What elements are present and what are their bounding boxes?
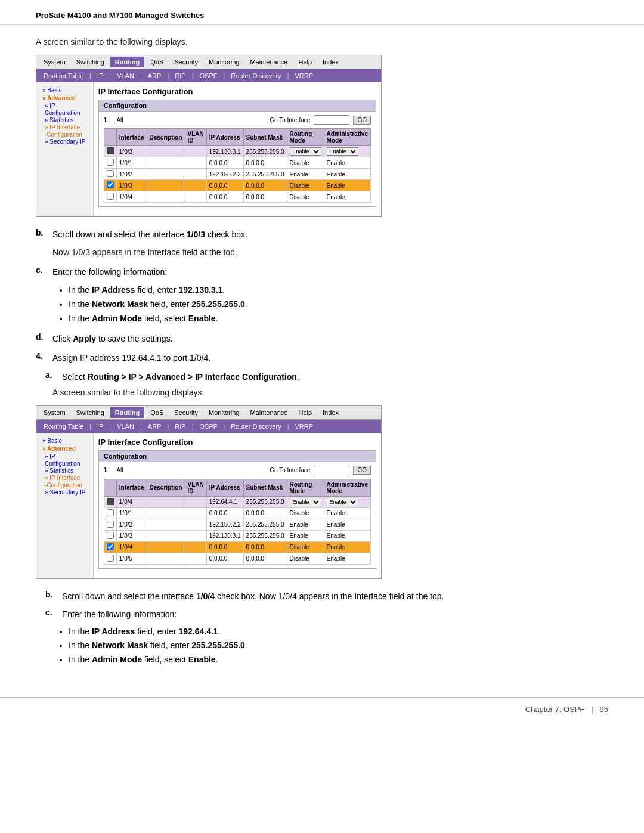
sidebar-ip-1[interactable]: » IP bbox=[40, 103, 89, 109]
row-admin: Enable bbox=[324, 180, 370, 191]
footer-text: Chapter 7. OSPF | 95 bbox=[525, 705, 608, 714]
nav-maintenance-2[interactable]: Maintenance bbox=[245, 407, 292, 418]
router-panel-2: System Switching Routing QoS Security Mo… bbox=[36, 405, 382, 579]
row-subnet: 255.255.255.0 bbox=[243, 169, 287, 180]
subnav-routing-table-1[interactable]: Routing Table bbox=[40, 71, 87, 80]
nav-qos-2[interactable]: QoS bbox=[145, 407, 168, 418]
nav-security-1[interactable]: Security bbox=[169, 57, 203, 67]
row-interface: 1/0/4 bbox=[116, 541, 147, 553]
row-interface: 1/0/4 bbox=[116, 496, 147, 507]
subnav-vlan-1[interactable]: VLAN bbox=[113, 71, 138, 80]
subnav-router-discovery-1[interactable]: Router Discovery bbox=[227, 71, 284, 80]
th-routing-1: RoutingMode bbox=[287, 129, 324, 146]
nav-monitoring-2[interactable]: Monitoring bbox=[204, 407, 244, 418]
sidebar-ip-interface-1[interactable]: » IP Interface bbox=[40, 124, 89, 131]
nav-index-2[interactable]: Index bbox=[318, 407, 343, 418]
row-admin: Enable bbox=[324, 541, 370, 553]
nav-switching-2[interactable]: Switching bbox=[72, 407, 109, 418]
step4c-text: Enter the following information: bbox=[62, 608, 608, 621]
subnav-routing-table-2[interactable]: Routing Table bbox=[40, 422, 87, 431]
nav-system-1[interactable]: System bbox=[39, 57, 70, 67]
th-ip-1: IP Address bbox=[206, 129, 243, 146]
all-text-1: All bbox=[116, 117, 123, 123]
subnav-rip-2[interactable]: RIP bbox=[171, 422, 189, 431]
subnav-arp-2[interactable]: ARP bbox=[144, 422, 165, 431]
nav-qos-1[interactable]: QoS bbox=[145, 57, 168, 67]
sidebar-secondary-ip-2[interactable]: » Secondary IP bbox=[40, 489, 89, 496]
row-interface: 1/0/1 bbox=[116, 507, 147, 519]
row-vlan bbox=[185, 553, 206, 564]
subnav-ospf-2[interactable]: OSPF bbox=[196, 422, 221, 431]
sidebar-advanced-2[interactable]: » Advanced bbox=[40, 445, 89, 452]
nav-index-1[interactable]: Index bbox=[318, 57, 343, 67]
admin-select-2[interactable]: EnableDisable bbox=[327, 498, 358, 506]
goto-input-1[interactable] bbox=[314, 115, 349, 125]
row-subnet: 0.0.0.0 bbox=[243, 191, 287, 203]
row-routing: Enable bbox=[287, 169, 324, 180]
row-routing: EnableDisable bbox=[287, 496, 324, 507]
intro-text-2: A screen similar to the following displa… bbox=[52, 388, 608, 397]
subnav-ip-1[interactable]: IP bbox=[94, 71, 107, 80]
main-content-1: IP Interface Configuration Configuration… bbox=[94, 82, 381, 216]
row-check bbox=[104, 191, 116, 203]
row-subnet: 255.255.255.0 bbox=[243, 496, 287, 507]
row-ip: 0.0.0.0 bbox=[206, 541, 243, 553]
page-header: ProSafe M4100 and M7100 Managed Switches bbox=[0, 0, 644, 25]
nav-monitoring-1[interactable]: Monitoring bbox=[204, 57, 244, 67]
sidebar-ip-interface-2[interactable]: » IP Interface bbox=[40, 475, 89, 481]
sidebar-statistics-1[interactable]: » Statistics bbox=[40, 117, 89, 123]
row-subnet: 255.255.255.0 bbox=[243, 146, 287, 157]
sidebar-ip-interface-config-2[interactable]: -Configuration bbox=[40, 482, 89, 488]
sidebar-statistics-2[interactable]: » Statistics bbox=[40, 467, 89, 474]
row-desc bbox=[147, 191, 185, 203]
routing-select-2[interactable]: EnableDisable bbox=[290, 498, 321, 506]
nav-security-2[interactable]: Security bbox=[169, 407, 203, 418]
row-ip: 0.0.0.0 bbox=[206, 157, 243, 169]
nav-system-2[interactable]: System bbox=[39, 407, 70, 418]
subnav-vrrp-1[interactable]: VRRP bbox=[292, 71, 317, 80]
subnav-ospf-1[interactable]: OSPF bbox=[196, 71, 221, 80]
page-footer: Chapter 7. OSPF | 95 bbox=[0, 697, 644, 721]
sidebar-ip-2[interactable]: » IP bbox=[40, 453, 89, 460]
subnav-rip-1[interactable]: RIP bbox=[171, 71, 189, 80]
sidebar-secondary-ip-1[interactable]: » Secondary IP bbox=[40, 138, 89, 145]
row-check bbox=[104, 180, 116, 191]
row-admin: EnableDisable bbox=[324, 146, 370, 157]
config-header-2: Configuration bbox=[99, 451, 376, 462]
nav-routing-2[interactable]: Routing bbox=[110, 407, 145, 418]
nav-routing-1[interactable]: Routing bbox=[110, 57, 145, 67]
row-check bbox=[104, 530, 116, 541]
sidebar-2: » Basic » Advanced » IP Configuration » … bbox=[36, 433, 94, 578]
subnav-vrrp-2[interactable]: VRRP bbox=[292, 422, 317, 431]
goto-btn-2[interactable]: GO bbox=[353, 466, 371, 475]
footer-chapter: Chapter 7. OSPF bbox=[525, 705, 585, 714]
sidebar-config-1[interactable]: Configuration bbox=[40, 110, 89, 116]
row-vlan bbox=[185, 507, 206, 519]
sub-nav-bar-2: Routing Table | IP | VLAN | ARP | RIP | … bbox=[36, 420, 381, 433]
subnav-router-discovery-2[interactable]: Router Discovery bbox=[227, 422, 284, 431]
sidebar-basic-1[interactable]: » Basic bbox=[40, 87, 89, 94]
row-check bbox=[104, 541, 116, 553]
sidebar-config-2[interactable]: Configuration bbox=[40, 460, 89, 467]
row-desc bbox=[147, 169, 185, 180]
admin-select[interactable]: EnableDisable bbox=[327, 147, 358, 156]
row-vlan bbox=[185, 530, 206, 541]
nav-help-1[interactable]: Help bbox=[293, 57, 317, 67]
nav-help-2[interactable]: Help bbox=[293, 407, 317, 418]
nav-switching-1[interactable]: Switching bbox=[72, 57, 109, 67]
sidebar-basic-2[interactable]: » Basic bbox=[40, 438, 89, 444]
nav-bar-1: System Switching Routing QoS Security Mo… bbox=[36, 55, 381, 69]
list-item-ip-2: In the IP Address field, enter 192.64.4.… bbox=[69, 625, 608, 639]
nav-maintenance-1[interactable]: Maintenance bbox=[245, 57, 292, 67]
goto-btn-1[interactable]: GO bbox=[353, 116, 371, 125]
routing-select[interactable]: EnableDisable bbox=[290, 147, 321, 156]
all-label-1: 1 bbox=[104, 117, 107, 123]
subnav-arp-1[interactable]: ARP bbox=[144, 71, 165, 80]
goto-input-2[interactable] bbox=[314, 466, 349, 475]
subnav-vlan-2[interactable]: VLAN bbox=[113, 422, 138, 431]
sidebar-ip-interface-config-1[interactable]: -Configuration bbox=[40, 131, 89, 138]
th-desc-2: Description bbox=[147, 479, 185, 496]
row-admin: Enable bbox=[324, 191, 370, 203]
sidebar-advanced-1[interactable]: » Advanced bbox=[40, 95, 89, 101]
subnav-ip-2[interactable]: IP bbox=[94, 422, 107, 431]
